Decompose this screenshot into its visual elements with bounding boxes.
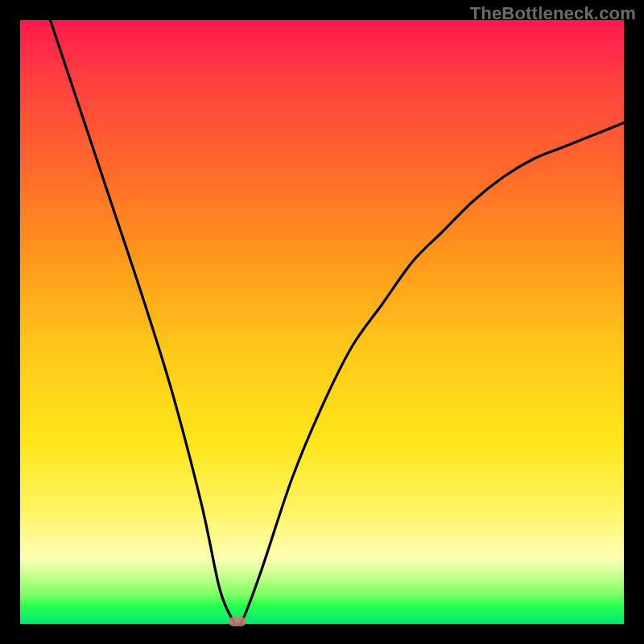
curve-path — [51, 20, 625, 624]
watermark-text: TheBottleneck.com — [470, 3, 636, 24]
chart-frame — [20, 20, 624, 624]
bottleneck-curve — [20, 20, 624, 624]
optimal-marker — [229, 617, 246, 626]
